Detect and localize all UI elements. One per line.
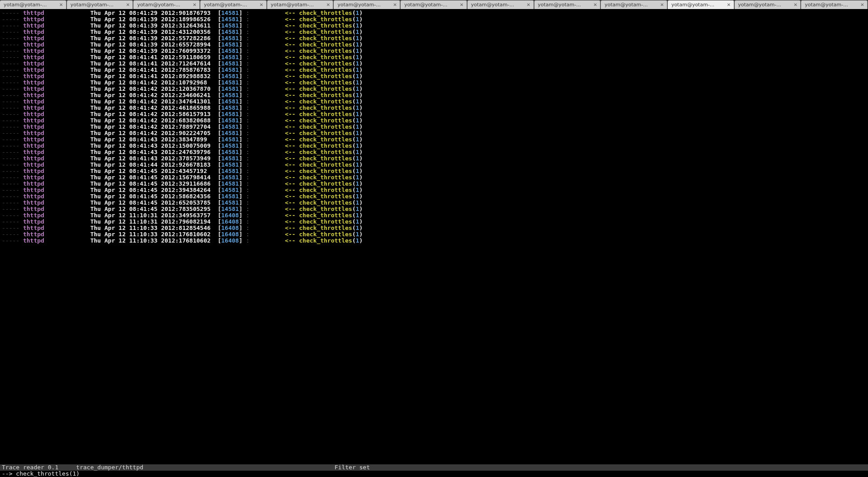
close-icon[interactable]: ✕ <box>527 3 531 7</box>
function-arg: 1 <box>356 66 359 73</box>
timestamp: Thu Apr 12 08:41:29 2012:901876793 <box>90 9 211 16</box>
pid: 14581 <box>221 47 239 54</box>
close-icon[interactable]: ✕ <box>727 3 731 7</box>
timestamp: Thu Apr 12 11:10:33 2012:176810602 <box>90 231 211 238</box>
dash-prefix: ----- <box>2 92 23 98</box>
arrow-icon: <-- <box>285 231 299 238</box>
close-icon[interactable]: ✕ <box>59 3 63 7</box>
function-name: check_throttles <box>299 9 352 16</box>
pid: 14581 <box>221 117 239 124</box>
close-icon[interactable]: ✕ <box>660 3 664 7</box>
trace-row: ----- thttpd Thu Apr 12 11:10:33 2012:81… <box>2 225 868 231</box>
tab-label: yotam@yotam-... <box>4 2 57 8</box>
pid: 14581 <box>221 9 239 16</box>
process-name: thttpd <box>23 161 44 168</box>
timestamp: Thu Apr 12 11:10:33 2012:176810602 <box>90 237 211 244</box>
arrow-icon: <-- <box>285 206 299 212</box>
terminal-tab[interactable]: yotam@yotam-...✕ <box>735 0 801 9</box>
pid: 14581 <box>221 136 239 143</box>
terminal-tab[interactable]: yotam@yotam-...✕ <box>67 0 133 9</box>
pid: 14581 <box>221 155 239 162</box>
terminal-tab[interactable]: yotam@yotam-...✕ <box>0 0 66 9</box>
process-name: thttpd <box>23 212 44 219</box>
timestamp: Thu Apr 12 08:41:41 2012:591180659 <box>90 54 211 61</box>
terminal-tab[interactable]: yotam@yotam-...✕ <box>801 0 868 9</box>
trace-row: ----- thttpd Thu Apr 12 08:41:45 2012:43… <box>2 168 868 174</box>
function-arg: 1 <box>356 16 359 23</box>
dash-prefix: ----- <box>2 35 23 42</box>
terminal-tab[interactable]: yotam@yotam-...✕ <box>467 0 534 9</box>
tab-label: yotam@yotam-... <box>471 2 525 8</box>
timestamp: Thu Apr 12 08:41:41 2012:785876783 <box>90 66 211 73</box>
close-icon[interactable]: ✕ <box>126 3 130 7</box>
terminal-tab[interactable]: yotam@yotam-...✕ <box>401 0 467 9</box>
dash-prefix: ----- <box>2 22 23 29</box>
terminal-tab[interactable]: yotam@yotam-...✕ <box>334 0 400 9</box>
command-line[interactable]: --> check_throttles(1) <box>0 471 868 477</box>
function-name: check_throttles <box>299 85 352 92</box>
function-arg: 1 <box>356 123 359 130</box>
pid: 14581 <box>221 174 239 181</box>
arrow-icon: <-- <box>285 54 299 61</box>
trace-row: ----- thttpd Thu Apr 12 08:41:39 2012:65… <box>2 42 868 48</box>
dash-prefix: ----- <box>2 149 23 155</box>
close-icon[interactable]: ✕ <box>326 3 330 7</box>
arrow-icon: <-- <box>285 193 299 200</box>
close-icon[interactable]: ✕ <box>860 3 864 7</box>
arrow-icon: <-- <box>285 16 299 23</box>
close-icon[interactable]: ✕ <box>593 3 597 7</box>
terminal-tab[interactable]: yotam@yotam-...✕ <box>133 0 200 9</box>
close-icon[interactable]: ✕ <box>793 3 797 7</box>
dash-prefix: ----- <box>2 66 23 73</box>
function-name: check_throttles <box>299 149 352 155</box>
dash-prefix: ----- <box>2 168 23 174</box>
dash-prefix: ----- <box>2 111 23 117</box>
close-icon[interactable]: ✕ <box>393 3 397 7</box>
pid: 14581 <box>221 28 239 35</box>
status-bar: Trace reader 0.1 trace_dumper/thttpd Fil… <box>0 464 868 471</box>
dash-prefix: ----- <box>2 161 23 168</box>
status-left: Trace reader 0.1 trace_dumper/thttpd <box>2 464 143 471</box>
terminal-tab[interactable]: yotam@yotam-...✕ <box>267 0 334 9</box>
function-name: check_throttles <box>299 212 352 219</box>
terminal-tab[interactable]: yotam@yotam-...✕ <box>200 0 267 9</box>
function-arg: 1 <box>356 237 359 244</box>
process-name: thttpd <box>23 237 44 244</box>
terminal[interactable]: ----- thttpd Thu Apr 12 08:41:29 2012:90… <box>0 9 868 477</box>
process-name: thttpd <box>23 16 44 23</box>
trace-row: ----- thttpd Thu Apr 12 08:41:43 2012:38… <box>2 136 868 143</box>
pid: 14581 <box>221 199 239 206</box>
timestamp: Thu Apr 12 08:41:42 2012:234606241 <box>90 92 211 98</box>
dash-prefix: ----- <box>2 60 23 67</box>
close-icon[interactable]: ✕ <box>259 3 264 7</box>
process-name: thttpd <box>23 9 44 16</box>
trace-row: ----- thttpd Thu Apr 12 08:41:42 2012:90… <box>2 130 868 136</box>
process-name: thttpd <box>23 47 44 54</box>
pid: 14581 <box>221 161 239 168</box>
arrow-icon: <-- <box>285 28 299 35</box>
terminal-tab[interactable]: yotam@yotam-...✕ <box>668 0 734 9</box>
trace-row: ----- thttpd Thu Apr 12 08:41:43 2012:15… <box>2 143 868 149</box>
close-icon[interactable]: ✕ <box>460 3 464 7</box>
timestamp: Thu Apr 12 08:41:42 2012:902224705 <box>90 130 211 136</box>
dash-prefix: ----- <box>2 9 23 16</box>
terminal-tab[interactable]: yotam@yotam-...✕ <box>534 0 601 9</box>
terminal-tab[interactable]: yotam@yotam-...✕ <box>601 0 667 9</box>
pid: 14581 <box>221 123 239 130</box>
trace-row: ----- thttpd Thu Apr 12 08:41:41 2012:89… <box>2 73 868 80</box>
function-arg: 1 <box>356 136 359 143</box>
tab-label: yotam@yotam-... <box>538 2 592 8</box>
function-name: check_throttles <box>299 130 352 136</box>
dash-prefix: ----- <box>2 206 23 212</box>
trace-row: ----- thttpd Thu Apr 12 11:10:31 2012:79… <box>2 219 868 225</box>
close-icon[interactable]: ✕ <box>193 3 197 7</box>
function-arg: 1 <box>356 104 359 111</box>
arrow-icon: <-- <box>285 180 299 187</box>
pid: 16408 <box>221 212 239 219</box>
function-name: check_throttles <box>299 54 352 61</box>
function-arg: 1 <box>356 92 359 98</box>
timestamp: Thu Apr 12 08:41:42 2012:788972704 <box>90 123 211 130</box>
trace-row: ----- thttpd Thu Apr 12 08:41:39 2012:55… <box>2 35 868 42</box>
timestamp: Thu Apr 12 11:10:31 2012:796082194 <box>90 218 211 225</box>
trace-row: ----- thttpd Thu Apr 12 11:10:31 2012:34… <box>2 212 868 219</box>
